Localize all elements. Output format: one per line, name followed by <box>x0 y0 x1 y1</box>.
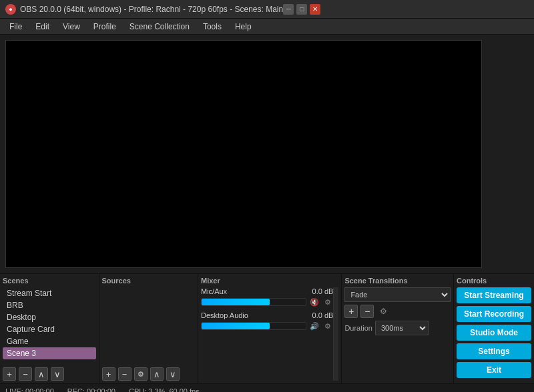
controls-panel: Controls Start Streaming Start Recording… <box>454 274 534 383</box>
scenes-remove-button[interactable]: − <box>19 367 32 381</box>
mixer-desktop-bar[interactable] <box>201 322 306 330</box>
preview-container <box>0 35 534 273</box>
transition-settings-button[interactable]: ⚙ <box>376 305 390 318</box>
minimize-button[interactable]: ─ <box>283 4 294 15</box>
status-live: LIVE: 00:00:00 <box>5 387 54 393</box>
sources-btn-row: + − ⚙ ∧ ∨ <box>102 367 196 381</box>
scenes-btn-row: + − ∧ ∨ <box>3 367 96 381</box>
transition-select-row: Fade Cut Swipe Slide <box>344 287 451 302</box>
mixer-channel-desktop-header: Desktop Audio 0.0 dB <box>201 311 333 319</box>
status-rec: REC: 00:00:00 <box>67 387 115 393</box>
scene-item-desktop[interactable]: Desktop <box>3 311 96 323</box>
settings-button[interactable]: Settings <box>457 343 531 359</box>
menu-view[interactable]: View <box>56 21 87 33</box>
mixer-desktop-mute-button[interactable]: 🔊 <box>309 321 320 331</box>
menu-edit[interactable]: Edit <box>29 21 56 33</box>
scenes-add-button[interactable]: + <box>3 367 16 381</box>
start-recording-button[interactable]: Start Recording <box>457 306 531 322</box>
mixer-mic-bar-row: 🔇 ⚙ <box>201 297 333 307</box>
sources-remove-button[interactable]: − <box>118 367 131 381</box>
mixer-title: Mixer <box>201 277 338 285</box>
start-streaming-button[interactable]: Start Streaming <box>457 287 531 303</box>
menu-help[interactable]: Help <box>228 21 258 33</box>
transition-select[interactable]: Fade Cut Swipe Slide <box>344 287 451 302</box>
exit-button[interactable]: Exit <box>457 362 531 378</box>
close-button[interactable]: ✕ <box>310 4 320 15</box>
maximize-button[interactable]: □ <box>296 4 307 15</box>
title-bar-text: OBS 20.0.0 (64bit, windows) - Profile: R… <box>20 5 283 14</box>
sources-up-button[interactable]: ∧ <box>150 367 164 381</box>
title-bar: ● OBS 20.0.0 (64bit, windows) - Profile:… <box>0 0 534 19</box>
window-controls: ─ □ ✕ <box>283 4 320 15</box>
mixer-desktop-bar-row: 🔊 ⚙ <box>201 321 333 331</box>
scene-item-brb[interactable]: BRB <box>3 299 96 311</box>
menu-file[interactable]: File <box>3 21 29 33</box>
duration-label: Duration <box>344 324 372 332</box>
mixer-channel-desktop: Desktop Audio 0.0 dB 🔊 ⚙ <box>201 311 333 331</box>
menu-tools[interactable]: Tools <box>196 21 228 33</box>
scenes-panel: Scenes Stream Start BRB Desktop Capture … <box>0 274 99 383</box>
mixer-content: Mic/Aux 0.0 dB 🔇 ⚙ Desktop Audio <box>201 287 333 381</box>
mixer-channel-mic: Mic/Aux 0.0 dB 🔇 ⚙ <box>201 287 333 307</box>
scene-item-game[interactable]: Game <box>3 335 96 347</box>
mixer-mic-db: 0.0 dB <box>312 287 334 295</box>
scene-item-scene3[interactable]: Scene 3 <box>3 347 96 359</box>
mixer-scrollbar[interactable] <box>333 287 338 381</box>
sources-down-button[interactable]: ∨ <box>166 367 180 381</box>
transitions-title: Scene Transitions <box>344 277 451 285</box>
sources-list <box>102 287 196 365</box>
menu-scene-collection[interactable]: Scene Collection <box>123 21 196 33</box>
menu-profile[interactable]: Profile <box>87 21 123 33</box>
scenes-title: Scenes <box>3 277 96 285</box>
preview-canvas <box>5 40 482 268</box>
mixer-channel-mic-header: Mic/Aux 0.0 dB <box>201 287 333 295</box>
mixer-desktop-settings-button[interactable]: ⚙ <box>322 321 333 331</box>
preview-right-space <box>487 35 534 273</box>
duration-select[interactable]: 300ms 500ms 1000ms 2000ms <box>375 321 429 335</box>
transition-remove-button[interactable]: − <box>360 305 374 318</box>
transition-controls: + − ⚙ <box>344 305 451 318</box>
mixer-desktop-fill <box>202 323 270 329</box>
duration-row: Duration 300ms 500ms 1000ms 2000ms <box>344 321 451 335</box>
mixer-mic-settings-button[interactable]: ⚙ <box>322 297 333 307</box>
mixer-desktop-name: Desktop Audio <box>201 311 248 319</box>
sources-panel: Sources + − ⚙ ∧ ∨ <box>99 274 199 383</box>
mixer-panel: Mixer Mic/Aux 0.0 dB 🔇 ⚙ <box>198 274 342 383</box>
sources-add-button[interactable]: + <box>102 367 115 381</box>
studio-mode-button[interactable]: Studio Mode <box>457 325 531 341</box>
status-cpu: CPU: 3.3%, 60.00 fps <box>129 387 200 393</box>
mixer-mic-name: Mic/Aux <box>201 287 227 295</box>
transition-add-button[interactable]: + <box>344 305 358 318</box>
scene-list: Stream Start BRB Desktop Capture Card Ga… <box>3 287 96 365</box>
scene-item-stream-start[interactable]: Stream Start <box>3 287 96 299</box>
status-bar: LIVE: 00:00:00 REC: 00:00:00 CPU: 3.3%, … <box>0 383 534 392</box>
scenes-up-button[interactable]: ∧ <box>35 367 48 381</box>
scene-item-capture-card[interactable]: Capture Card <box>3 323 96 335</box>
mixer-mic-bar[interactable] <box>201 298 306 306</box>
app-icon: ● <box>5 4 16 15</box>
mixer-mic-mute-button[interactable]: 🔇 <box>309 297 320 307</box>
menu-bar: File Edit View Profile Scene Collection … <box>0 19 534 35</box>
panels-row: Scenes Stream Start BRB Desktop Capture … <box>0 273 534 383</box>
mixer-inner: Mic/Aux 0.0 dB 🔇 ⚙ Desktop Audio <box>201 287 338 381</box>
mixer-desktop-db: 0.0 dB <box>312 311 334 319</box>
scenes-down-button[interactable]: ∨ <box>51 367 64 381</box>
mixer-mic-fill <box>202 299 270 305</box>
transitions-panel: Scene Transitions Fade Cut Swipe Slide +… <box>342 274 454 383</box>
sources-title: Sources <box>102 277 196 285</box>
controls-title: Controls <box>457 277 531 285</box>
sources-settings-button[interactable]: ⚙ <box>134 367 148 381</box>
